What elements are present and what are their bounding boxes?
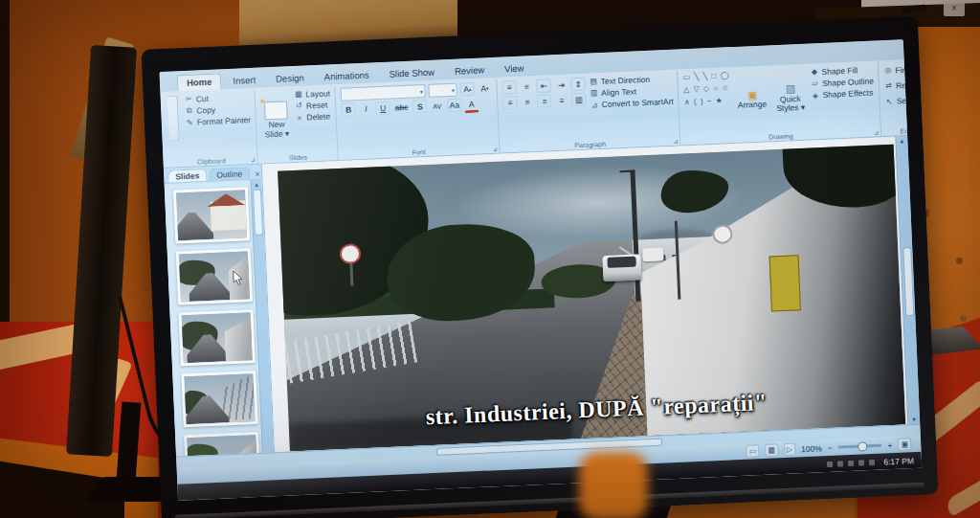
slide-thumbnail-1[interactable]	[173, 187, 250, 243]
chevron-down-icon: ▾	[452, 86, 455, 93]
tray-icon[interactable]	[837, 461, 843, 466]
select-button[interactable]: ↖ Select ▾	[885, 95, 908, 106]
underline-button[interactable]: U	[375, 101, 390, 116]
view-normal-button[interactable]: ▭	[746, 444, 760, 458]
scroll-down-icon[interactable]: ▼	[911, 415, 917, 424]
tab-view[interactable]: View	[496, 60, 533, 78]
numbering-button[interactable]: ≡	[520, 79, 535, 94]
fit-to-window-button[interactable]: ▣	[898, 438, 911, 451]
shapes-row: △ ▽ ◇ ○ ☆	[683, 83, 730, 96]
align-left-button[interactable]: ≡	[502, 96, 518, 110]
bold-button[interactable]: B	[341, 102, 356, 117]
tab-home[interactable]: Home	[177, 73, 222, 91]
zoom-in-button[interactable]: +	[887, 440, 892, 450]
new-slide-button[interactable]: ★ New Slide ▾	[260, 90, 293, 150]
group-paragraph: ≡ ≡ ⇤ ⇥ ⇕ ≡ ≡ ≡ ≡ ▥	[497, 72, 680, 153]
tray-icon[interactable]	[869, 459, 875, 464]
text-shadow-button[interactable]: S	[412, 100, 428, 114]
photo-car	[602, 254, 641, 282]
decrease-indent-button[interactable]: ⇤	[537, 79, 552, 93]
shape-outline-button[interactable]: ▱ Shape Outline	[811, 77, 874, 89]
character-spacing-button[interactable]: AV	[430, 99, 445, 113]
delete-button[interactable]: × Delete	[295, 112, 331, 124]
pane-close-icon[interactable]: ×	[252, 169, 263, 179]
font-dialog-launcher-icon[interactable]: ⊿	[492, 146, 497, 152]
drawing-dialog-launcher-icon[interactable]: ⊿	[874, 128, 879, 135]
shapes-gallery[interactable]: ▭ ╲ ╲ □ ◯ △ ▽ ◇ ○ ☆ ∧ ( ) ~ ★	[682, 71, 732, 132]
group-clipboard: ✂ Cut ⧉ Copy ✎ Format Painter Clipboard …	[163, 90, 258, 168]
clipboard-dialog-launcher-icon[interactable]: ⊿	[251, 156, 256, 163]
pane-scroll-thumb[interactable]	[253, 190, 263, 236]
view-slide-sorter-button[interactable]: ▦	[765, 443, 778, 457]
find-icon: ◎	[883, 66, 892, 76]
replace-button[interactable]: ⇄ Replace ▾	[884, 79, 907, 91]
align-right-button[interactable]: ≡	[537, 94, 552, 108]
taskbar-clock: 6:17 PM	[883, 456, 914, 466]
tray-icon[interactable]	[858, 460, 864, 465]
zoom-slider-knob[interactable]	[858, 441, 867, 451]
italic-button[interactable]: I	[358, 101, 373, 116]
shape-effects-icon: ◈	[811, 91, 819, 101]
scroll-up-icon[interactable]: ▲	[254, 180, 259, 190]
strikethrough-button[interactable]: abc	[392, 101, 410, 115]
slide-thumbnail-2[interactable]	[176, 248, 253, 304]
view-slideshow-button[interactable]: ▷	[784, 442, 796, 456]
align-center-button[interactable]: ≡	[520, 95, 535, 109]
shrink-font-button[interactable]: A▾	[478, 81, 493, 96]
change-case-button[interactable]: Aa	[447, 98, 462, 112]
shape-effects-button[interactable]: ◈ Shape Effects	[811, 88, 874, 101]
quick-styles-button[interactable]: ▨ Quick Styles ▾	[772, 68, 809, 129]
align-text-icon: ▥	[590, 89, 598, 99]
group-label-editing: Editing	[881, 126, 907, 136]
select-icon: ↖	[885, 97, 894, 106]
zoom-out-button[interactable]: −	[828, 442, 833, 452]
smartart-icon: ⊿	[590, 101, 599, 110]
columns-button[interactable]: ▥	[571, 93, 587, 107]
replace-icon: ⇄	[884, 81, 893, 91]
chevron-down-icon: ▾	[420, 88, 423, 95]
new-slide-icon: ★	[264, 101, 288, 121]
shapes-row: ∧ ( ) ~ ★	[684, 96, 731, 108]
powerpoint-window: Home Insert Design Animations Slide Show…	[160, 39, 923, 501]
tab-insert[interactable]: Insert	[224, 72, 264, 89]
justify-button[interactable]: ≡	[554, 94, 569, 108]
paragraph-dialog-launcher-icon[interactable]: ⊿	[673, 138, 678, 145]
scroll-thumb[interactable]	[902, 247, 914, 316]
slide-thumbnail-3[interactable]	[178, 309, 255, 366]
foreground-blur-object	[579, 452, 648, 518]
group-slides: ★ New Slide ▾ ▦ Layout ↺ Reset ×	[256, 86, 339, 164]
format-painter-button[interactable]: ✎ Format Painter	[186, 115, 252, 127]
tray-icon[interactable]	[827, 461, 833, 466]
layout-icon: ▦	[294, 90, 302, 100]
line-spacing-button[interactable]: ⇕	[570, 78, 586, 92]
watermark-close-icon[interactable]: ×	[944, 2, 965, 16]
mouse-cursor-icon	[233, 271, 244, 286]
convert-smartart-button[interactable]: ⊿ Convert to SmartArt	[590, 97, 674, 110]
cut-button[interactable]: ✂ Cut	[185, 92, 251, 104]
sparkle-icon: ★	[259, 98, 267, 106]
arrange-button[interactable]: ▣ Arrange	[733, 69, 770, 130]
cut-icon: ✂	[185, 95, 193, 104]
paste-button[interactable]	[167, 95, 180, 141]
layout-button[interactable]: ▦ Layout	[294, 88, 330, 100]
slide-canvas: str. Industriei, DUPĂ "reparații"	[262, 137, 907, 453]
shape-outline-icon: ▱	[811, 79, 819, 89]
font-color-button[interactable]: A	[464, 98, 479, 114]
copy-button[interactable]: ⧉ Copy	[185, 103, 251, 116]
tray-icon[interactable]	[848, 460, 854, 465]
scroll-up-icon[interactable]: ▲	[899, 136, 904, 146]
quick-styles-icon: ▨	[786, 82, 795, 95]
bullets-button[interactable]: ≡	[502, 80, 518, 95]
group-drawing: ▭ ╲ ╲ □ ◯ △ ▽ ◇ ○ ☆ ∧ ( ) ~ ★ ▣ Arrange …	[678, 62, 881, 145]
grow-font-button[interactable]: A▴	[460, 82, 476, 97]
font-name-combobox[interactable]: ▾	[341, 84, 427, 101]
group-font: ▾ ▾ A▴ A▾ B I U abc S	[336, 79, 501, 160]
shape-fill-button[interactable]: ◆ Shape Fill	[810, 65, 873, 78]
increase-indent-button[interactable]: ⇥	[554, 79, 569, 93]
reset-button[interactable]: ↺ Reset	[295, 101, 331, 112]
find-button[interactable]: ◎ Find	[883, 64, 907, 76]
photo-car-far	[642, 247, 664, 262]
zoom-slider[interactable]	[838, 444, 882, 449]
font-size-combobox[interactable]: ▾	[429, 83, 458, 98]
slide-thumbnail-4[interactable]	[181, 371, 257, 427]
